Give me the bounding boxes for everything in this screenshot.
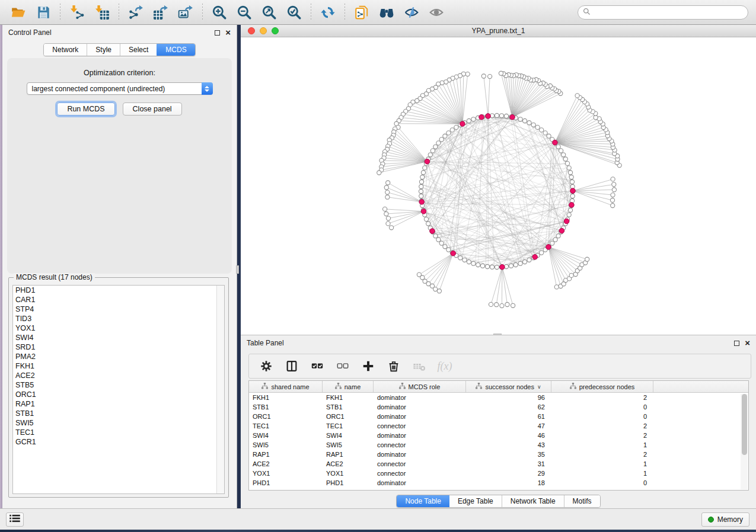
result-list-item[interactable]: ACE2 xyxy=(13,371,224,380)
result-list-item[interactable]: GCR1 xyxy=(13,437,224,447)
search-box[interactable] xyxy=(578,5,748,20)
column-label: name xyxy=(344,383,361,390)
search-window-icon[interactable] xyxy=(378,4,395,21)
tab-network-table[interactable]: Network Table xyxy=(502,495,564,507)
table-row[interactable]: PHD1PHD1dominator180 xyxy=(249,478,748,488)
window-minimize-icon[interactable] xyxy=(260,27,267,34)
zoom-out-icon[interactable] xyxy=(235,4,253,21)
criterion-select[interactable]: largest connected component (undirected) xyxy=(27,82,213,95)
column-label: MCDS role xyxy=(409,383,441,390)
network-graph[interactable] xyxy=(241,37,756,335)
toolbar-separator xyxy=(344,4,345,21)
control-panel-title: Control Panel xyxy=(8,28,52,37)
table-row[interactable]: ACE2ACE2connector311 xyxy=(249,459,748,469)
table-row[interactable]: TEC1TEC1connector472 xyxy=(249,421,748,431)
mcds-result-list[interactable]: PHD1CAR1STP4TID3YOX1SWI4SRD1PMA2FKH1ACE2… xyxy=(12,285,225,494)
result-list-item[interactable]: PHD1 xyxy=(13,286,224,295)
task-history-button[interactable] xyxy=(6,512,24,527)
tab-select[interactable]: Select xyxy=(120,44,157,56)
result-list-item[interactable]: TID3 xyxy=(13,314,224,323)
close-panel-button[interactable]: Close panel xyxy=(123,102,182,116)
zoom-in-icon[interactable] xyxy=(210,4,228,21)
network-canvas[interactable] xyxy=(241,37,756,335)
result-list-item[interactable]: SWI5 xyxy=(13,418,224,428)
table-cell: ORC1 xyxy=(323,412,374,421)
table-row[interactable]: RAP1RAP1dominator352 xyxy=(249,450,748,459)
refresh-icon[interactable] xyxy=(319,4,337,21)
table-row[interactable]: STB1STB1dominator620 xyxy=(249,402,748,412)
result-list-item[interactable]: STP4 xyxy=(13,305,224,314)
column-header-MCDS-role[interactable]: MCDS role xyxy=(374,381,466,392)
deselect-all-icon[interactable] xyxy=(336,359,350,373)
split-view-icon[interactable] xyxy=(285,359,299,373)
table-settings-icon[interactable] xyxy=(259,359,273,373)
tab-mcds[interactable]: MCDS xyxy=(157,43,195,56)
export-table-icon[interactable] xyxy=(152,4,170,21)
add-column-icon[interactable] xyxy=(361,359,375,373)
column-header-successor-nodes[interactable]: successor nodes∨ xyxy=(466,381,551,392)
table-row[interactable]: YOX1YOX1connector291 xyxy=(249,469,748,478)
save-session-icon[interactable] xyxy=(34,4,52,21)
zoom-selected-icon[interactable] xyxy=(285,4,303,21)
table-cell: SWI5 xyxy=(249,440,323,450)
column-label: predecessor nodes xyxy=(579,383,635,390)
import-network-icon[interactable] xyxy=(68,4,86,21)
memory-status-icon xyxy=(708,517,714,523)
result-list-item[interactable]: TEC1 xyxy=(13,428,224,437)
export-image-icon[interactable] xyxy=(177,4,194,21)
tab-network[interactable]: Network xyxy=(44,44,87,56)
zoom-fit-icon[interactable] xyxy=(260,4,278,21)
float-panel-icon[interactable] xyxy=(215,30,220,36)
tab-edge-table[interactable]: Edge Table xyxy=(449,495,502,507)
tab-style[interactable]: Style xyxy=(87,44,120,56)
result-list-item[interactable]: STB1 xyxy=(13,409,224,418)
tab-node-table[interactable]: Node Table xyxy=(396,495,450,508)
column-header-name[interactable]: name xyxy=(323,381,374,392)
column-header-predecessor-nodes[interactable]: predecessor nodes xyxy=(551,381,653,392)
export-network-icon[interactable] xyxy=(127,4,145,21)
result-list-item[interactable]: ORC1 xyxy=(13,390,224,399)
table-cell: SWI4 xyxy=(249,431,323,440)
result-list-item[interactable]: RAP1 xyxy=(13,399,224,409)
table-cell: 31 xyxy=(466,459,551,469)
column-label: shared name xyxy=(271,383,309,390)
open-file-icon[interactable] xyxy=(9,4,27,21)
table-scrollbar-thumb[interactable] xyxy=(742,394,747,455)
result-list-item[interactable]: STB5 xyxy=(13,380,224,390)
vertical-splitter-grip[interactable] xyxy=(236,265,239,274)
memory-button[interactable]: Memory xyxy=(701,512,749,527)
select-all-icon[interactable] xyxy=(310,359,324,373)
tab-motifs[interactable]: Motifs xyxy=(564,495,600,507)
table-cell: 18 xyxy=(466,478,551,488)
float-table-panel-icon[interactable] xyxy=(734,341,739,346)
table-scrollbar[interactable] xyxy=(741,394,748,489)
result-list-scrollbar[interactable] xyxy=(216,286,224,493)
window-zoom-icon[interactable] xyxy=(272,27,279,34)
hide-graphics-icon[interactable] xyxy=(403,4,420,21)
network-window-titlebar[interactable]: YPA_prune.txt_1 xyxy=(241,25,756,37)
close-panel-icon[interactable]: × xyxy=(225,30,231,36)
toolbar-separator xyxy=(119,4,119,21)
window-close-icon[interactable] xyxy=(248,27,255,34)
result-list-item[interactable]: SWI4 xyxy=(13,333,224,342)
toolbar-separator xyxy=(60,4,60,21)
table-row[interactable]: SWI4SWI4dominator462 xyxy=(249,431,748,440)
result-list-item[interactable]: FKH1 xyxy=(13,361,224,371)
import-table-icon[interactable] xyxy=(93,4,111,21)
close-table-panel-icon[interactable]: × xyxy=(745,340,750,346)
tree-icon xyxy=(261,383,268,390)
result-list-item[interactable]: YOX1 xyxy=(13,323,224,333)
table-cell: ACE2 xyxy=(323,459,374,469)
search-input[interactable] xyxy=(594,7,748,18)
clone-network-icon[interactable] xyxy=(353,4,371,21)
result-list-item[interactable]: CAR1 xyxy=(13,295,224,305)
table-row[interactable]: SWI5SWI5connector431 xyxy=(249,440,748,450)
column-header-shared-name[interactable]: shared name xyxy=(249,381,323,392)
result-list-item[interactable]: SRD1 xyxy=(13,342,224,352)
result-list-item[interactable]: PMA2 xyxy=(13,352,224,361)
table-row[interactable]: ORC1ORC1dominator610 xyxy=(249,412,748,421)
delete-column-icon[interactable] xyxy=(387,359,401,373)
run-mcds-button[interactable]: Run MCDS xyxy=(57,102,114,116)
show-graphics-icon[interactable] xyxy=(428,4,445,21)
table-row[interactable]: FKH1FKH1dominator962 xyxy=(249,393,748,402)
